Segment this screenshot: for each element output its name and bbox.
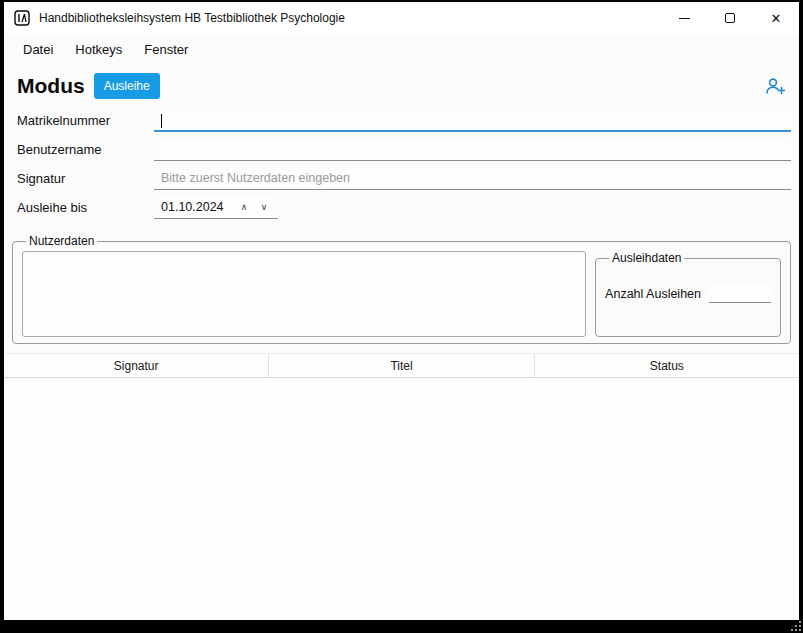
ausleihdaten-group-title: Ausleihdaten (609, 251, 684, 265)
loans-table-body (4, 378, 799, 620)
ausleihe-bis-value: 01.10.2024 (161, 200, 234, 214)
matrikelnummer-row: Matrikelnummer (17, 109, 791, 132)
close-button[interactable]: ✕ (753, 2, 799, 34)
close-icon: ✕ (771, 11, 782, 26)
ausleihdaten-group: Ausleihdaten Anzahl Ausleihen (595, 251, 781, 337)
ausleihe-bis-row: Ausleihe bis 01.10.2024 ∧ ∨ (17, 196, 791, 219)
column-header-titel[interactable]: Titel (269, 354, 534, 377)
benutzername-input-wrap (154, 139, 791, 161)
benutzername-input[interactable] (154, 139, 791, 161)
chevron-up-icon: ∧ (241, 202, 248, 212)
benutzername-label: Benutzername (17, 142, 154, 157)
app-window: Handbibliotheksleihsystem HB Testbibliot… (4, 2, 799, 620)
signatur-input[interactable] (154, 168, 791, 190)
matrikelnummer-label: Matrikelnummer (17, 113, 154, 128)
column-header-signatur[interactable]: Signatur (4, 354, 269, 377)
loans-table-header: Signatur Titel Status (4, 353, 799, 378)
ausleihe-bis-date-picker[interactable]: 01.10.2024 ∧ ∨ (154, 197, 278, 219)
nutzerdaten-group: Nutzerdaten Ausleihdaten Anzahl Ausleihe… (12, 234, 791, 344)
anzahl-ausleihen-row: Anzahl Ausleihen (605, 284, 771, 303)
menu-bar: Datei Hotkeys Fenster (4, 34, 799, 65)
nutzerdaten-content: Ausleihdaten Anzahl Ausleihen (22, 251, 781, 337)
date-decrement-button[interactable]: ∨ (254, 198, 274, 216)
maximize-icon (725, 13, 735, 23)
maximize-button[interactable] (707, 2, 753, 34)
ausleihe-bis-label: Ausleihe bis (17, 200, 154, 215)
text-caret (161, 114, 162, 128)
resize-grip[interactable] (790, 620, 801, 631)
column-header-status[interactable]: Status (535, 354, 799, 377)
signatur-label: Signatur (17, 171, 154, 186)
matrikelnummer-input-wrap (154, 110, 791, 132)
loan-form: Matrikelnummer Benutzername Signatur Aus… (4, 107, 799, 225)
mode-row: Modus Ausleihe (4, 65, 799, 107)
anzahl-ausleihen-input[interactable] (709, 284, 771, 303)
anzahl-ausleihen-label: Anzahl Ausleihen (605, 287, 701, 301)
nutzerdaten-textarea[interactable] (22, 251, 586, 337)
minimize-button[interactable] (661, 2, 707, 34)
menu-item-hotkeys[interactable]: Hotkeys (64, 37, 133, 62)
menu-item-fenster[interactable]: Fenster (133, 37, 199, 62)
menu-item-datei[interactable]: Datei (12, 37, 64, 62)
benutzername-row: Benutzername (17, 138, 791, 161)
title-bar: Handbibliotheksleihsystem HB Testbibliot… (4, 2, 799, 34)
nutzerdaten-group-title: Nutzerdaten (26, 234, 97, 248)
chevron-down-icon: ∨ (261, 202, 268, 212)
app-icon (14, 10, 30, 26)
minimize-icon (679, 18, 690, 19)
date-increment-button[interactable]: ∧ (234, 198, 254, 216)
signatur-row: Signatur (17, 167, 791, 190)
add-user-icon[interactable] (764, 76, 786, 96)
ausleihe-mode-button[interactable]: Ausleihe (94, 73, 160, 99)
window-title: Handbibliotheksleihsystem HB Testbibliot… (39, 11, 345, 25)
signatur-input-wrap (154, 168, 791, 190)
page-title: Modus (17, 74, 85, 98)
matrikelnummer-input[interactable] (154, 110, 791, 132)
